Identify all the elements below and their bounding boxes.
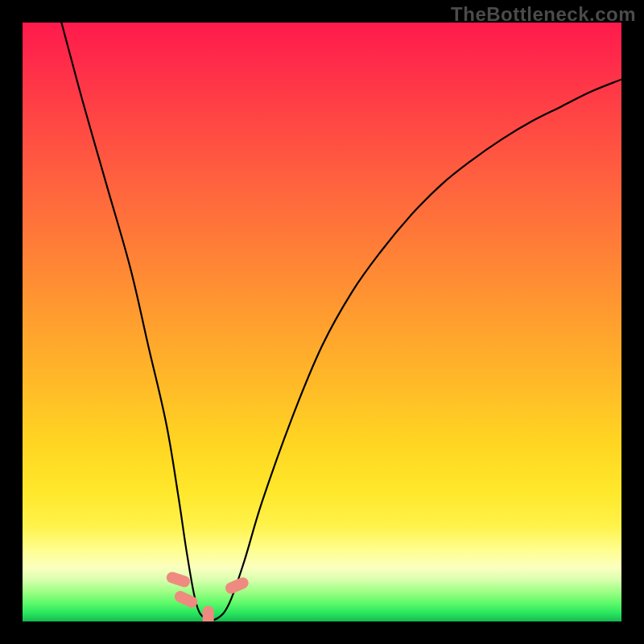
chart-stage: TheBottleneck.com: [0, 0, 644, 644]
left-marker-1: [165, 571, 192, 589]
plot-area: [23, 23, 621, 621]
markers-group: [165, 571, 250, 621]
watermark-text: TheBottleneck.com: [451, 3, 636, 26]
left-marker-2: [173, 589, 200, 609]
right-marker: [224, 576, 250, 596]
bottom-marker: [203, 606, 214, 621]
bottleneck-curve: [61, 23, 621, 621]
curve-layer: [23, 23, 621, 621]
